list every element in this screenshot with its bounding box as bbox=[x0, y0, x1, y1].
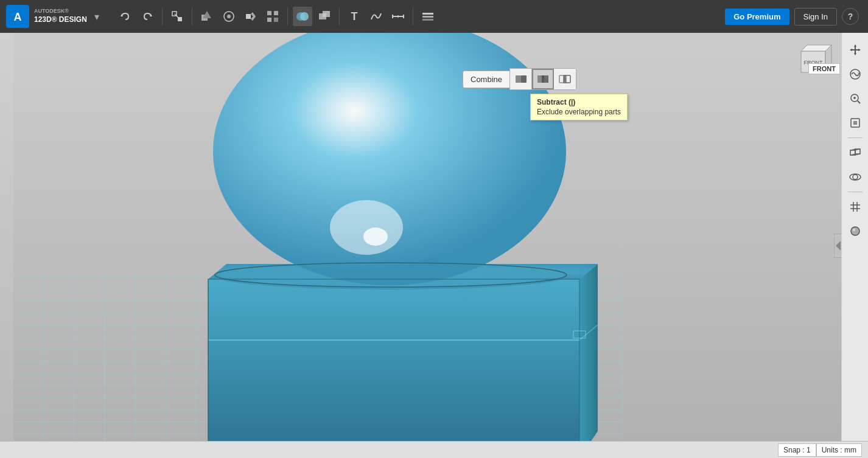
rope-tool-button[interactable] bbox=[366, 7, 386, 26]
combine-label-button[interactable]: Combine bbox=[463, 71, 509, 88]
svg-rect-24 bbox=[422, 13, 433, 15]
primitives-tool-button[interactable] bbox=[197, 7, 217, 26]
sign-in-button[interactable]: Sign In bbox=[794, 8, 837, 26]
undo-button[interactable] bbox=[116, 7, 135, 26]
help-button[interactable]: ? bbox=[842, 8, 859, 25]
sidebar-sep-2 bbox=[848, 192, 863, 192]
main-toolbar: T bbox=[110, 7, 725, 26]
svg-point-17 bbox=[300, 12, 309, 21]
material-button[interactable] bbox=[844, 220, 866, 242]
svg-marker-119 bbox=[836, 241, 841, 251]
svg-rect-79 bbox=[516, 75, 521, 83]
toolbar-sep-3 bbox=[287, 7, 288, 26]
collapse-sidebar-button[interactable] bbox=[834, 234, 841, 258]
svg-marker-96 bbox=[858, 49, 861, 51]
brand-label: AUTODESK® bbox=[34, 8, 87, 15]
svg-rect-26 bbox=[422, 19, 433, 21]
svg-marker-95 bbox=[850, 49, 852, 51]
view-cube[interactable]: FRONT bbox=[795, 39, 838, 82]
svg-marker-94 bbox=[854, 53, 856, 55]
svg-point-73 bbox=[330, 200, 403, 255]
tooltip-description: Exclude overlapping parts bbox=[537, 108, 621, 116]
svg-rect-19 bbox=[323, 11, 330, 17]
autodesk-logo: A bbox=[6, 5, 29, 28]
svg-rect-11 bbox=[246, 14, 251, 19]
units-indicator[interactable]: Units : mm bbox=[816, 443, 862, 457]
merge-combine-button[interactable] bbox=[510, 69, 532, 89]
svg-marker-66 bbox=[579, 264, 598, 458]
orbit-button[interactable] bbox=[844, 63, 866, 85]
svg-rect-15 bbox=[274, 18, 278, 22]
sketch-tool-button[interactable] bbox=[219, 7, 239, 26]
measure-tool-button[interactable] bbox=[388, 7, 408, 26]
toolbar-sep-5 bbox=[413, 7, 413, 26]
zoom-button[interactable] bbox=[844, 88, 866, 109]
subtract-combine-button[interactable] bbox=[532, 69, 554, 89]
svg-marker-93 bbox=[854, 44, 856, 47]
fit-view-button[interactable] bbox=[844, 112, 866, 134]
subtract-tooltip: Subtract (|) Exclude overlapping parts bbox=[530, 94, 628, 120]
toolbar-sep-1 bbox=[162, 7, 163, 26]
svg-rect-104 bbox=[853, 121, 857, 125]
svg-rect-25 bbox=[422, 16, 433, 18]
snap-indicator[interactable]: Snap : 1 bbox=[778, 443, 816, 457]
text-tool-button[interactable]: T bbox=[345, 7, 364, 26]
perspective-button[interactable] bbox=[844, 142, 866, 164]
grid-toggle-button[interactable] bbox=[844, 196, 866, 218]
svg-rect-80 bbox=[521, 75, 527, 83]
svg-point-111 bbox=[853, 175, 858, 179]
svg-rect-64 bbox=[208, 279, 579, 458]
logo-text[interactable]: AUTODESK® 123D® DESIGN bbox=[34, 8, 87, 24]
dropdown-arrow[interactable]: ▾ bbox=[94, 11, 99, 23]
layers-tool-button[interactable] bbox=[418, 7, 438, 26]
combine-icons-group bbox=[509, 68, 576, 90]
toolbar-sep-4 bbox=[339, 7, 340, 26]
header-toolbar: A AUTODESK® 123D® DESIGN ▾ bbox=[0, 0, 868, 33]
boolean-tool-button[interactable] bbox=[315, 7, 334, 26]
transform-tool-button[interactable] bbox=[167, 7, 187, 26]
svg-rect-13 bbox=[274, 11, 278, 15]
intersect-combine-button[interactable] bbox=[554, 69, 576, 89]
svg-rect-86 bbox=[564, 75, 566, 83]
status-bar: Snap : 1 Units : mm bbox=[0, 441, 868, 458]
combine-tool-button[interactable] bbox=[293, 7, 312, 26]
combine-toolbar: Combine bbox=[463, 68, 576, 90]
header-right: Go Premium Sign In ? bbox=[725, 8, 868, 26]
viewport[interactable]: Combine bbox=[0, 33, 868, 458]
go-premium-button[interactable]: Go Premium bbox=[725, 9, 789, 25]
svg-text:A: A bbox=[14, 11, 22, 23]
right-sidebar bbox=[841, 33, 868, 458]
sidebar-sep-1 bbox=[848, 137, 863, 138]
logo-area: A AUTODESK® 123D® DESIGN ▾ bbox=[0, 5, 110, 28]
tooltip-title: Subtract (|) bbox=[537, 98, 621, 106]
app-name-label: 123D® DESIGN bbox=[34, 15, 87, 25]
toolbar-sep-2 bbox=[192, 7, 192, 26]
view-cube-label[interactable]: FRONT bbox=[808, 63, 840, 74]
svg-line-100 bbox=[858, 101, 860, 103]
svg-rect-14 bbox=[267, 18, 271, 22]
scene-view bbox=[0, 33, 868, 458]
view-options-button[interactable] bbox=[844, 166, 866, 188]
pattern-tool-button[interactable] bbox=[263, 7, 282, 26]
svg-point-74 bbox=[363, 227, 388, 246]
modify-tool-button[interactable] bbox=[241, 7, 261, 26]
svg-point-117 bbox=[851, 227, 859, 235]
pan-button[interactable] bbox=[844, 39, 866, 61]
svg-point-118 bbox=[853, 229, 855, 231]
svg-point-10 bbox=[227, 15, 231, 18]
svg-rect-12 bbox=[267, 11, 271, 15]
redo-button[interactable] bbox=[138, 7, 157, 26]
